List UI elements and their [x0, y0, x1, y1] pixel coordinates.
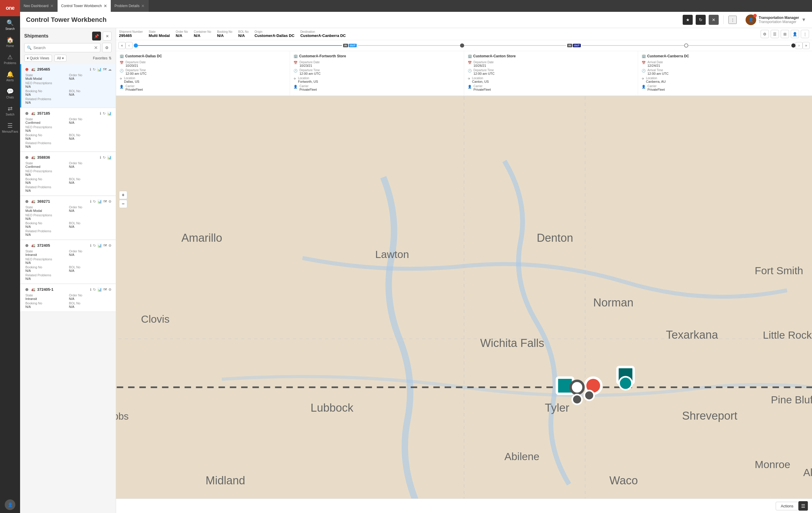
- status-dot: [25, 244, 28, 247]
- close-tab-neo[interactable]: ✕: [50, 4, 54, 8]
- status-dot: [25, 112, 28, 115]
- search-bar: 🔍 ✕ ⚙: [24, 43, 112, 52]
- map-icon: 🗺: [103, 68, 107, 72]
- settings-icon: ⚙: [108, 243, 112, 248]
- pin-button[interactable]: 📌: [92, 32, 101, 40]
- map-background[interactable]: Amarillo Clovis Hobbs Midland San Angelo…: [116, 96, 406, 256]
- info-icon: ℹ: [100, 111, 101, 115]
- search-icon: 🔍: [27, 46, 32, 50]
- zoom-in-button[interactable]: +: [119, 191, 127, 199]
- timeline-segment-2: [357, 44, 406, 48]
- svg-text:Lawton: Lawton: [375, 248, 406, 256]
- close-shipments-button[interactable]: ✕: [103, 32, 112, 40]
- sidebar-item-alerts[interactable]: 🔔 Alerts: [0, 68, 20, 85]
- shipment-card[interactable]: 🚛 358836 ℹ ↻ 📊 State Confirmed: [20, 152, 116, 196]
- search-icon: 🔍: [6, 19, 14, 26]
- chevron-down-icon: ▾: [27, 56, 29, 60]
- map-area: Shipment Number 295465 State Multi Modal…: [116, 28, 406, 256]
- stop-card-2: 🏢 CustomerA-Fortworth Store 📅 Departure …: [290, 51, 406, 96]
- info-icon: ℹ: [90, 243, 91, 248]
- status-dot: [25, 68, 28, 71]
- status-dot: [25, 156, 28, 159]
- warning-icon: ⚠: [7, 53, 13, 60]
- clock-icon: 🕐: [120, 69, 124, 73]
- main-content: Shipments 📌 ✕ 🔍 ✕ ⚙ ▾ Quick Views All ▾: [20, 28, 406, 256]
- timeline-back-button[interactable]: ‹: [125, 42, 133, 49]
- bar-chart-icon: 📊: [107, 111, 112, 115]
- calendar-icon: 📅: [293, 61, 298, 65]
- location-icon: ✈: [293, 77, 296, 81]
- sidebar-item-home[interactable]: 🏠 Home: [0, 33, 20, 51]
- info-icon: ℹ: [100, 156, 101, 160]
- building-icon: 🏢: [293, 54, 298, 58]
- menu-icon: ☰: [7, 122, 13, 129]
- close-tab-problem[interactable]: ✕: [141, 4, 145, 8]
- sidebar-item-problems[interactable]: ⚠ Problems: [0, 51, 20, 68]
- svg-text:Amarillo: Amarillo: [181, 232, 222, 244]
- journey-timeline: « ‹ IN OUT: [116, 40, 406, 51]
- bar-chart-icon: 📊: [97, 243, 102, 248]
- clear-search-icon[interactable]: ✕: [94, 45, 98, 51]
- map-icon: 🗺: [103, 199, 107, 204]
- cloud-icon: ☁: [108, 68, 112, 72]
- bar-chart-icon: 📊: [107, 156, 112, 160]
- shipments-panel: Shipments 📌 ✕ 🔍 ✕ ⚙ ▾ Quick Views All ▾: [20, 28, 116, 256]
- timeline-prev-button[interactable]: «: [118, 42, 125, 49]
- sync-icon: ↻: [103, 111, 106, 115]
- svg-rect-0: [116, 96, 406, 256]
- switch-icon: ⇄: [8, 105, 13, 112]
- info-icon: ℹ: [90, 68, 91, 72]
- tab-neo-dashboard[interactable]: Neo Dashboard ✕: [20, 0, 58, 12]
- search-input[interactable]: [33, 46, 92, 50]
- sidebar-item-search[interactable]: 🔍 Search: [0, 16, 20, 33]
- stops-row: 🏢 CustomerA-Dallas DC 📅 Departure Date 1…: [116, 51, 406, 96]
- app-logo: one: [0, 0, 20, 16]
- chevron-down-icon: ▾: [62, 56, 64, 60]
- map-controls: + −: [119, 191, 127, 208]
- info-icon: ℹ: [90, 199, 91, 204]
- filter-button[interactable]: ⚙: [102, 43, 112, 52]
- shipment-card[interactable]: 🚛 372405 ℹ ↻ 📊 🗺 ⚙ State Intransit: [20, 240, 116, 256]
- page-header: Control Tower Workbench ★ ↻ ✕ ⋮ 👤 Transp…: [20, 12, 406, 28]
- favorites-button[interactable]: Favorites ⇅: [93, 56, 112, 60]
- sort-icon: ⇅: [109, 56, 112, 60]
- settings-icon: ⚙: [108, 199, 112, 204]
- timeline-line-1: [138, 45, 342, 46]
- quick-views-button[interactable]: ▾ Quick Views: [24, 55, 52, 62]
- sidebar: one 🔍 Search 🏠 Home ⚠ Problems 🔔 Alerts …: [0, 0, 20, 256]
- shipment-card[interactable]: 🚛 295465 ℹ ↻ 📊 🗺 ☁ State Multi Modal: [20, 64, 116, 108]
- clock-icon: 🕐: [293, 69, 298, 73]
- zoom-out-button[interactable]: −: [119, 200, 127, 208]
- in-out-badge-1: IN OUT: [343, 44, 357, 47]
- tab-control-tower[interactable]: Control Tower Workbench ✕: [58, 0, 111, 12]
- sidebar-item-switch[interactable]: ⇄ Switch: [0, 102, 20, 119]
- shipments-list: 🚛 295465 ℹ ↻ 📊 🗺 ☁ State Multi Modal: [20, 64, 116, 256]
- home-icon: 🏠: [6, 36, 14, 44]
- calendar-icon: 📅: [120, 61, 124, 65]
- location-icon: ✈: [120, 77, 122, 81]
- carrier-icon: 👤: [293, 85, 298, 89]
- building-icon: 🏢: [120, 54, 124, 58]
- map-icon: 🗺: [103, 243, 107, 248]
- shipment-card[interactable]: 🚛 369271 ℹ ↻ 📊 🗺 ⚙ State Multi Modal: [20, 196, 116, 240]
- close-tab-control[interactable]: ✕: [104, 4, 107, 8]
- all-filter-button[interactable]: All ▾: [54, 55, 66, 62]
- journey-popup: Shipment Number 295465 State Multi Modal…: [116, 28, 406, 96]
- timeline-dot-1: [134, 44, 138, 48]
- sync-icon: ↻: [93, 199, 96, 204]
- bar-chart-icon: 📊: [97, 199, 102, 204]
- sidebar-item-menus[interactable]: ☰ Menus/Favs: [0, 119, 20, 136]
- sync-icon: ↻: [93, 68, 96, 72]
- sync-icon: ↻: [93, 243, 96, 248]
- tab-problem-details[interactable]: Problem Details ✕: [111, 0, 149, 12]
- stop-card-1: 🏢 CustomerA-Dallas DC 📅 Departure Date 1…: [116, 51, 290, 96]
- shipment-card[interactable]: 🚛 357185 ℹ ↻ 📊 State Confirmed: [20, 108, 116, 152]
- status-dot: [25, 200, 28, 203]
- bar-chart-icon: 📊: [97, 68, 102, 72]
- carrier-icon: 👤: [120, 85, 124, 89]
- sync-icon: ↻: [103, 156, 106, 160]
- page-title: Control Tower Workbench: [26, 16, 107, 24]
- timeline-segment-1: [133, 44, 343, 48]
- chat-icon: 💬: [6, 88, 14, 95]
- sidebar-item-chats[interactable]: 💬 Chats: [0, 85, 20, 102]
